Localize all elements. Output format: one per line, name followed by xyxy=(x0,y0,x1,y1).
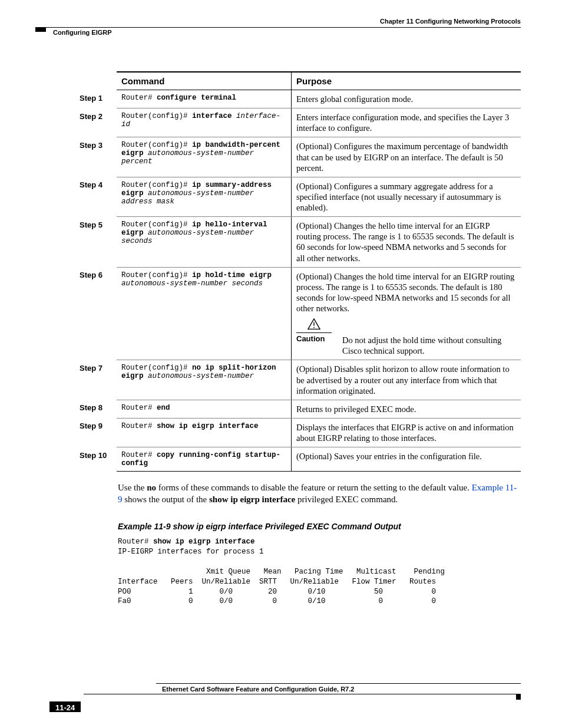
command-cell: Router(config)# no ip split-horizon eigr… xyxy=(117,360,292,400)
caution-label: Caution xyxy=(296,334,332,344)
purpose-cell: Enters interface configuration mode, and… xyxy=(292,108,521,137)
purpose-cell: (Optional) Saves your entries in the con… xyxy=(292,447,521,472)
body-paragraph: Use the no forms of these commands to di… xyxy=(118,482,521,505)
running-header-left: Configuring EIGRP xyxy=(46,28,112,36)
command-cell: Router# configure terminal xyxy=(117,90,292,108)
purpose-cell: Displays the interfaces that EIGRP is ac… xyxy=(292,418,521,447)
step-label: Step 2 xyxy=(80,108,117,137)
command-cell: Router(config)# ip bandwidth-percent eig… xyxy=(117,137,292,177)
header-ornament xyxy=(35,27,46,32)
command-cell: Router(config)# ip hold-time eigrp auton… xyxy=(117,267,292,360)
purpose-cell: (Optional) Configures the maximum percen… xyxy=(292,137,521,177)
command-cell: Router# show ip eigrp interface xyxy=(117,418,292,447)
step-label: Step 3 xyxy=(80,137,117,177)
caution-text: Do not adjust the hold time without cons… xyxy=(342,318,516,356)
step-label: Step 4 xyxy=(80,177,117,216)
col-header-purpose: Purpose xyxy=(292,72,521,90)
purpose-cell: Returns to privileged EXEC mode. xyxy=(292,400,521,418)
step-label: Step 7 xyxy=(80,360,117,400)
purpose-cell: Enters global configuration mode. xyxy=(292,90,521,108)
col-header-command: Command xyxy=(117,72,292,90)
step-label: Step 9 xyxy=(80,418,117,447)
step-label: Step 6 xyxy=(80,267,117,360)
caution-block: CautionDo not adjust the hold time witho… xyxy=(296,318,516,356)
purpose-cell: (Optional) Disables split horizon to all… xyxy=(292,360,521,400)
command-cell: Router(config)# ip summary-address eigrp… xyxy=(117,177,292,216)
purpose-cell: (Optional) Configures a summary aggregat… xyxy=(292,177,521,216)
svg-point-1 xyxy=(313,327,315,328)
caution-icon xyxy=(308,318,320,332)
page-footer: Ethernet Card Software Feature and Confi… xyxy=(118,683,521,694)
step-label: Step 10 xyxy=(80,447,117,472)
command-cell: Router(config)# interface interface-id xyxy=(117,108,292,137)
command-cell: Router# copy running-config startup-conf… xyxy=(117,447,292,472)
purpose-cell: (Optional) Changes the hello time interv… xyxy=(292,217,521,268)
page-number: 11-24 xyxy=(49,701,81,712)
footer-title: Ethernet Card Software Feature and Confi… xyxy=(162,684,521,693)
step-label: Step 5 xyxy=(80,217,117,268)
example-title: Example 11-9 show ip eigrp interface Pri… xyxy=(118,522,521,531)
command-steps-table: Command Purpose Step 1Router# configure … xyxy=(80,71,521,472)
cli-output: Router# show ip eigrp interface IP-EIGRP… xyxy=(118,537,521,607)
step-label: Step 8 xyxy=(80,400,117,418)
command-cell: Router(config)# ip hello-interval eigrp … xyxy=(117,217,292,268)
command-cell: Router# end xyxy=(117,400,292,418)
purpose-cell: (Optional) Changes the hold time interva… xyxy=(292,267,521,360)
step-label: Step 1 xyxy=(80,90,117,108)
running-header-right: Chapter 11 Configuring Networking Protoc… xyxy=(35,18,521,25)
